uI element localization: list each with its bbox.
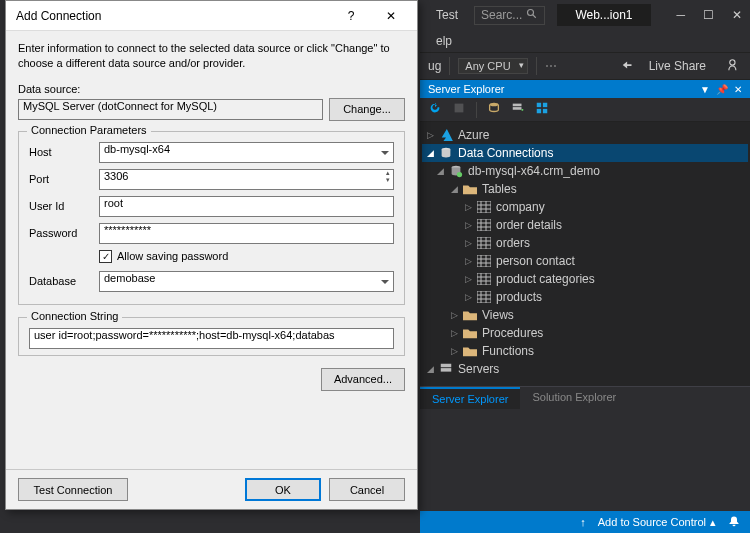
tree-label: Views <box>482 308 514 322</box>
add-server-icon[interactable] <box>511 101 525 118</box>
userid-label: User Id <box>29 200 93 212</box>
change-button[interactable]: Change... <box>329 98 405 121</box>
platform-combo[interactable]: Any CPU <box>458 58 527 74</box>
database-combo[interactable]: demobase <box>99 271 394 292</box>
tab-server-explorer[interactable]: Server Explorer <box>420 387 520 409</box>
dialog-instructions: Enter information to connect to the sele… <box>18 41 405 71</box>
dialog-footer: Test Connection OK Cancel <box>6 469 417 509</box>
allow-saving-checkbox[interactable]: ✓Allow saving password <box>99 250 394 263</box>
tree-label: products <box>496 290 542 304</box>
cancel-button[interactable]: Cancel <box>329 478 405 501</box>
tree-node-data-connections[interactable]: ◢Data Connections <box>422 144 748 162</box>
statusbar: ↑ Add to Source Control ▴ <box>420 511 750 533</box>
close-icon[interactable]: ✕ <box>371 1 411 31</box>
tab-solution-explorer[interactable]: Solution Explorer <box>520 387 628 409</box>
source-control-up-icon: ↑ <box>580 516 586 528</box>
test-connection-button[interactable]: Test Connection <box>18 478 128 501</box>
azure-icon[interactable] <box>535 101 549 118</box>
tree-node-table[interactable]: ▷order details <box>422 216 748 234</box>
help-icon[interactable]: ? <box>331 1 371 31</box>
tree-label: Servers <box>458 362 499 376</box>
svg-rect-19 <box>477 219 491 231</box>
tree-label: Functions <box>482 344 534 358</box>
document-tab[interactable]: Web...ion1 <box>557 4 650 26</box>
connect-db-icon[interactable] <box>487 101 501 118</box>
host-combo[interactable]: db-mysql-x64 <box>99 142 394 163</box>
global-search[interactable]: Searc... <box>474 6 545 25</box>
vs-menubar: Test Searc... Web...ion1 ─ ☐ ✕ <box>420 0 750 30</box>
svg-rect-3 <box>455 104 464 113</box>
tree-node-procedures[interactable]: ▷Procedures <box>422 324 748 342</box>
svg-rect-6 <box>513 107 522 110</box>
window-buttons: ─ ☐ ✕ <box>676 8 742 22</box>
tree-label: db-mysql-x64.crm_demo <box>468 164 600 178</box>
dropdown-icon[interactable]: ▼ <box>700 84 710 95</box>
dialog-titlebar: Add Connection ? ✕ <box>6 1 417 31</box>
server-explorer-toolbar <box>420 98 750 122</box>
panel-tabs: Server Explorer Solution Explorer <box>420 386 750 409</box>
close-icon[interactable]: ✕ <box>732 8 742 22</box>
config-debug[interactable]: ug <box>428 59 441 73</box>
pin-icon[interactable]: 📌 <box>716 84 728 95</box>
tree-node-connection[interactable]: ◢db-mysql-x64.crm_demo <box>422 162 748 180</box>
tree-node-table[interactable]: ▷person contact <box>422 252 748 270</box>
tree-node-servers[interactable]: ◢Servers <box>422 360 748 378</box>
connstr-field[interactable]: user id=root;password=***********;host=d… <box>29 328 394 349</box>
search-icon <box>526 8 538 23</box>
userid-field[interactable]: root <box>99 196 394 217</box>
chevron-up-icon: ▴ <box>710 516 716 529</box>
tree-node-table[interactable]: ▷company <box>422 198 748 216</box>
maximize-icon[interactable]: ☐ <box>703 8 714 22</box>
feedback-icon[interactable] <box>728 58 742 75</box>
password-field[interactable]: *********** <box>99 223 394 244</box>
tree-node-tables[interactable]: ◢Tables <box>422 180 748 198</box>
tree-node-views[interactable]: ▷Views <box>422 306 748 324</box>
menu-test[interactable]: Test <box>428 4 466 26</box>
svg-rect-39 <box>477 291 491 303</box>
liveshare-button[interactable]: Live Share <box>649 59 706 73</box>
svg-point-0 <box>528 9 534 15</box>
menu-help[interactable]: elp <box>428 30 460 52</box>
tree-node-functions[interactable]: ▷Functions <box>422 342 748 360</box>
server-explorer-tree: ▷Azure ◢Data Connections ◢db-mysql-x64.c… <box>420 122 750 386</box>
tree-label: company <box>496 200 545 214</box>
svg-point-4 <box>490 103 499 107</box>
connection-params-group: Connection Parameters Hostdb-mysql-x64 P… <box>18 131 405 305</box>
svg-rect-44 <box>441 364 452 368</box>
tree-label: order details <box>496 218 562 232</box>
tree-node-table[interactable]: ▷orders <box>422 234 748 252</box>
port-spinner[interactable]: 3306 <box>99 169 394 190</box>
notifications-icon[interactable] <box>728 515 740 529</box>
svg-line-1 <box>533 14 536 17</box>
server-explorer-titlebar: Server Explorer ▼ 📌 ✕ <box>420 80 750 98</box>
refresh-icon[interactable] <box>428 101 442 118</box>
tree-node-azure[interactable]: ▷Azure <box>422 126 748 144</box>
add-connection-dialog: Add Connection ? ✕ Enter information to … <box>5 0 418 510</box>
minimize-icon[interactable]: ─ <box>676 8 685 22</box>
tree-node-table[interactable]: ▷product categories <box>422 270 748 288</box>
tree-label: Azure <box>458 128 489 142</box>
tree-node-table[interactable]: ▷products <box>422 288 748 306</box>
svg-rect-9 <box>537 109 541 113</box>
svg-rect-45 <box>441 368 452 372</box>
svg-point-2 <box>730 59 735 64</box>
svg-rect-8 <box>543 103 547 107</box>
tree-label: product categories <box>496 272 595 286</box>
ok-button[interactable]: OK <box>245 478 321 501</box>
dropdown-icon[interactable]: ⋯ <box>545 59 557 73</box>
password-label: Password <box>29 227 93 239</box>
connection-string-group: Connection String user id=root;password=… <box>18 317 405 356</box>
svg-rect-34 <box>477 273 491 285</box>
add-source-control-button[interactable]: Add to Source Control <box>598 516 706 528</box>
tree-label: orders <box>496 236 530 250</box>
advanced-button[interactable]: Advanced... <box>321 368 405 391</box>
database-label: Database <box>29 275 93 287</box>
dialog-title: Add Connection <box>16 9 101 23</box>
svg-point-13 <box>457 172 462 177</box>
close-icon[interactable]: ✕ <box>734 84 742 95</box>
stop-icon[interactable] <box>452 101 466 118</box>
port-label: Port <box>29 173 93 185</box>
checkbox-icon: ✓ <box>99 250 112 263</box>
liveshare-icon <box>621 58 635 75</box>
tree-label: person contact <box>496 254 575 268</box>
